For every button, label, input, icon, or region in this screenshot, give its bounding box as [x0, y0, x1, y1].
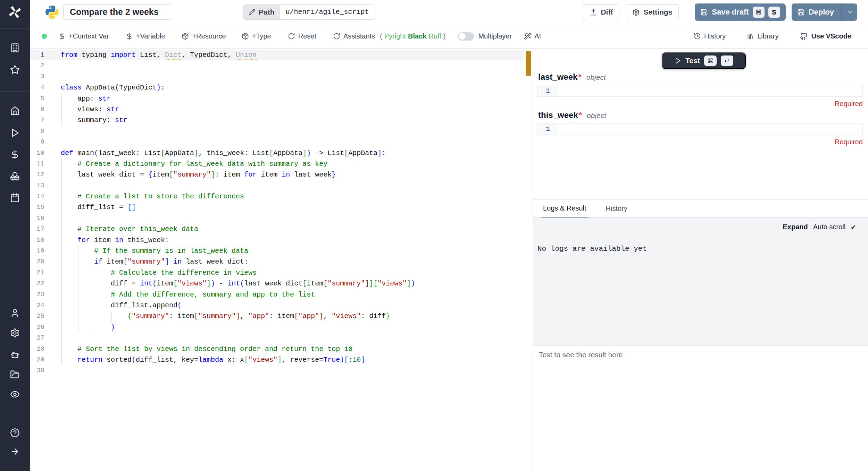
indent-guide — [78, 300, 78, 311]
home-icon[interactable] — [10, 106, 20, 116]
arg-label-this-week: this_week* object — [538, 110, 606, 120]
use-vscode-button[interactable]: Use VScode — [800, 32, 851, 41]
schedules-calendar-icon[interactable] — [10, 193, 20, 203]
indent-guide — [111, 311, 112, 322]
folders-icon[interactable] — [10, 370, 20, 379]
arg-input-this-week[interactable]: 1 — [537, 123, 863, 135]
line-number: 20 — [30, 256, 61, 267]
library-button[interactable]: Library — [747, 32, 778, 40]
settings-gear-icon[interactable] — [10, 328, 20, 338]
code-editor[interactable]: 1234567891011121314151617181920212223242… — [30, 49, 533, 471]
vscode-github-icon — [800, 32, 808, 41]
rotate-icon — [333, 33, 340, 40]
arg-input-field[interactable] — [558, 85, 863, 97]
line-number: 1 — [30, 50, 61, 60]
assistants-button[interactable]: Assistants — [333, 32, 375, 40]
indent-guide — [78, 246, 78, 256]
sidebar — [0, 0, 30, 471]
workers-bot-icon[interactable] — [10, 350, 20, 359]
expand-button[interactable]: Expand — [783, 223, 808, 231]
result-panel: Test to see the result here — [533, 345, 868, 471]
package-icon — [242, 33, 249, 40]
favorites-star-icon[interactable] — [10, 65, 20, 75]
line-number: 24 — [30, 300, 61, 311]
line-number: 30 — [30, 365, 61, 376]
indent-guide — [61, 115, 62, 126]
line-number: 17 — [30, 224, 61, 234]
code-line: summary: str — [61, 115, 524, 126]
indent-guide — [61, 180, 62, 191]
indent-guide — [61, 224, 62, 234]
code-line: # If the summary is in last_week data — [61, 246, 524, 256]
add-resource-button[interactable]: +Resource — [182, 32, 226, 40]
code-line: last_week_dict = {item["summary"]: item … — [61, 169, 524, 180]
indent-guide — [95, 289, 95, 300]
save-draft-button[interactable]: Save draft ⌘ S — [695, 3, 785, 21]
required-hint: Required — [835, 100, 863, 108]
arg-input-field[interactable] — [558, 123, 863, 135]
reset-button[interactable]: Reset — [288, 32, 316, 40]
tab-history[interactable]: History — [604, 200, 629, 217]
diff-button[interactable]: Diff — [583, 4, 619, 20]
windmill-logo[interactable] — [8, 5, 22, 19]
line-number: 27 — [30, 333, 61, 343]
workspace-building-icon[interactable] — [10, 43, 20, 53]
arg-input-line-number: 1 — [537, 85, 558, 97]
code-line: ) — [61, 322, 524, 333]
script-title-input[interactable]: Compare the 2 weeks — [63, 4, 171, 20]
ai-button[interactable]: AI — [524, 32, 541, 40]
line-number: 23 — [30, 289, 61, 300]
lint-status: ( Pyright Black Ruff ) — [380, 32, 445, 40]
line-number: 18 — [30, 235, 61, 246]
line-number: 7 — [30, 115, 61, 126]
check-icon[interactable]: ✔ — [851, 223, 856, 231]
indent-guide — [61, 213, 62, 224]
pencil-icon — [249, 9, 256, 15]
deploy-divider — [841, 3, 842, 21]
code-line: diff_list = [] — [61, 202, 524, 213]
test-button[interactable]: Test ⌘ ↵ — [662, 52, 746, 69]
collapse-sidebar-arrow-icon[interactable] — [10, 447, 20, 456]
code-line: # Create a list to store the differences — [61, 191, 524, 202]
indent-guide — [78, 311, 78, 322]
runs-play-icon[interactable] — [10, 128, 20, 138]
autoscroll-label[interactable]: Auto scroll — [813, 223, 845, 231]
line-number: 6 — [30, 104, 61, 115]
users-icon[interactable] — [10, 308, 20, 318]
overview-warning-marker — [526, 51, 531, 76]
indent-guide — [78, 267, 78, 278]
tab-logs-result[interactable]: Logs & Result — [541, 200, 589, 218]
indent-guide — [95, 311, 95, 322]
audit-eye-icon[interactable] — [10, 389, 20, 399]
line-number: 3 — [30, 71, 61, 82]
no-logs-message: No logs are available yet — [537, 245, 856, 253]
deploy-button[interactable]: Deploy — [792, 3, 857, 21]
path-edit-button[interactable]: Path — [243, 5, 280, 19]
add-type-button[interactable]: +Type — [242, 32, 271, 40]
path-value[interactable]: u/henri/agile_script — [280, 5, 375, 19]
help-icon[interactable] — [10, 428, 20, 438]
chevron-down-icon[interactable] — [847, 9, 854, 16]
indent-guide — [78, 322, 78, 333]
resources-boxes-icon[interactable] — [10, 171, 20, 181]
code-line — [61, 60, 524, 71]
dollar-icon — [58, 33, 66, 40]
required-asterisk: * — [579, 110, 582, 120]
history-button[interactable]: History — [694, 32, 726, 40]
variables-dollar-icon[interactable] — [10, 150, 20, 160]
settings-button[interactable]: Settings — [626, 4, 679, 20]
add-context-var-button[interactable]: +Context Var — [58, 32, 109, 40]
add-variable-button[interactable]: +Variable — [126, 32, 165, 40]
indent-guide — [61, 159, 62, 169]
code-line — [61, 126, 524, 137]
indent-guide — [61, 191, 62, 202]
indent-guide — [61, 300, 62, 311]
arg-input-last-week[interactable]: 1 — [537, 85, 863, 97]
rotate-icon — [288, 33, 295, 40]
indent-guide — [61, 278, 62, 289]
path-widget[interactable]: Path u/henri/agile_script — [243, 5, 375, 20]
indent-guide — [95, 300, 95, 311]
deploy-label: Deploy — [809, 8, 834, 17]
code-line: diff = int(item["views"]) - int(last_wee… — [61, 278, 524, 289]
multiplayer-toggle[interactable] — [458, 32, 474, 41]
